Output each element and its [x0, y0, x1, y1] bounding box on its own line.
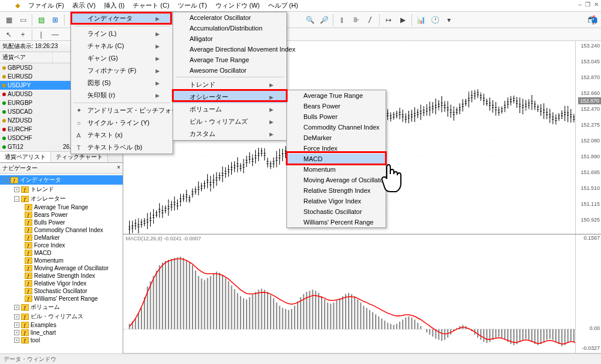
- menu-item[interactable]: ヘルプ (H): [265, 0, 302, 11]
- mi-macd[interactable]: MACD: [287, 154, 386, 164]
- new-chart-icon[interactable]: ▦: [2, 13, 15, 26]
- nav-item[interactable]: ƒMACD: [0, 249, 123, 257]
- mi-bulls-power[interactable]: Bulls Power: [287, 111, 386, 122]
- zoom-in-icon[interactable]: 🔍: [303, 13, 316, 26]
- nav-item[interactable]: ƒStochastic Oscillator: [0, 287, 123, 295]
- cursor-icon[interactable]: ↖: [2, 28, 15, 41]
- bar-chart-icon[interactable]: ⫿: [336, 13, 349, 26]
- nav-item[interactable]: ƒWilliams' Percent Range: [0, 295, 123, 302]
- nav-item[interactable]: ƒCommodity Channel Index: [0, 226, 123, 234]
- nav-item[interactable]: +ƒビル・ウィリアムス: [0, 312, 123, 321]
- mi[interactable]: Accumulation/Distribution: [173, 23, 286, 33]
- nav-item[interactable]: ƒAverage True Range: [0, 203, 123, 211]
- close-icon[interactable]: ×: [117, 164, 120, 172]
- nav-item[interactable]: +ƒtool: [0, 336, 123, 344]
- nav-item[interactable]: ƒMomentum: [0, 257, 123, 264]
- mi[interactable]: カスタム▶: [173, 128, 286, 140]
- crosshair-icon[interactable]: +: [16, 28, 29, 41]
- mi[interactable]: Average Directional Movement Index: [173, 44, 286, 55]
- candle-chart-icon[interactable]: ⊪: [350, 13, 363, 26]
- statusbar: データ・ウィンドウ: [0, 353, 601, 364]
- window-btn[interactable]: ✕: [594, 1, 599, 8]
- menu-item[interactable]: ツール (T): [174, 0, 211, 11]
- nav-header: ナビゲーター: [2, 164, 38, 172]
- mi[interactable]: ギャン (G)▶: [71, 52, 173, 64]
- menu-item[interactable]: 表示 (V): [69, 0, 99, 11]
- mi[interactable]: フィボナッチ (F)▶: [71, 64, 173, 77]
- mi-stochastic-oscillator[interactable]: Stochastic Oscillator: [287, 206, 386, 217]
- mi[interactable]: ✦アンドリューズ・ピッチフォーク (A): [71, 104, 173, 117]
- mi[interactable]: Accelerator Oscillator: [173, 12, 286, 23]
- mi-moving-average-of-oscillator[interactable]: Moving Average of Oscillator: [287, 175, 386, 185]
- indicators-icon[interactable]: 📊: [414, 13, 427, 26]
- periods-icon[interactable]: 🕐: [428, 13, 441, 26]
- nav-icon[interactable]: ⊞: [49, 13, 62, 26]
- nav-item[interactable]: +ƒボリューム: [0, 302, 123, 312]
- mi-commodity-channel-index[interactable]: Commodity Channel Index: [287, 122, 386, 132]
- profiles-icon[interactable]: ▭: [16, 13, 29, 26]
- mi[interactable]: Alligator: [173, 33, 286, 44]
- mi-relative-vigor-index[interactable]: Relative Vigor Index: [287, 196, 386, 206]
- nav-item[interactable]: –ƒインディケータ: [0, 175, 123, 185]
- indicators-menu[interactable]: Accelerator OscillatorAccumulation/Distr…: [173, 12, 287, 141]
- mi-momentum[interactable]: Momentum: [287, 164, 386, 175]
- mi[interactable]: チャネル (C)▶: [71, 40, 173, 52]
- vline-icon[interactable]: |: [35, 28, 48, 41]
- nav-item[interactable]: ƒBears Power: [0, 211, 123, 219]
- menu-item[interactable]: ウィンドウ (W): [212, 0, 264, 11]
- mi[interactable]: トレンド▶: [173, 79, 286, 91]
- mi[interactable]: オシレーター▶: [173, 91, 286, 103]
- mi[interactable]: 矢印類 (r)▶: [71, 89, 173, 101]
- mi[interactable]: ライン (L)▶: [71, 28, 173, 40]
- nav-item[interactable]: –ƒオシレーター: [0, 194, 123, 203]
- window-btn[interactable]: ❐: [585, 1, 590, 8]
- mi[interactable]: Aテキスト (x): [71, 129, 173, 141]
- mw-tab[interactable]: 通貨ペアリスト: [0, 152, 51, 162]
- mi[interactable]: ○サイクル・ライン (Y): [71, 117, 173, 129]
- line-chart-icon[interactable]: 〳: [364, 13, 377, 26]
- mw-icon[interactable]: ▤: [35, 13, 48, 26]
- window-controls: –❐✕: [578, 1, 599, 8]
- mi-bears-power[interactable]: Bears Power: [287, 101, 386, 111]
- mi-force-index[interactable]: Force Index: [287, 143, 386, 154]
- menu-item[interactable]: チャート (C): [129, 0, 173, 11]
- nav-item[interactable]: ƒRelative Vigor Index: [0, 280, 123, 287]
- menu-item[interactable]: ファイル (F): [25, 0, 67, 11]
- hline-icon[interactable]: —: [49, 28, 62, 41]
- shift-icon[interactable]: ↦: [382, 13, 395, 26]
- mi-williams-percent-range[interactable]: Williams' Percent Range: [287, 217, 386, 227]
- nav-item[interactable]: ƒRelative Strength Index: [0, 272, 123, 280]
- price-tag: 152.870: [578, 97, 601, 104]
- mi[interactable]: ボリューム▶: [173, 103, 286, 115]
- macd-label: MACD(12,26,9) -0.0241 -0.0007: [126, 236, 201, 241]
- alert-icon[interactable]: 📬: [588, 15, 597, 25]
- nav-item[interactable]: +ƒトレンド: [0, 185, 123, 194]
- nav-item[interactable]: +ƒline_chart: [0, 329, 123, 336]
- scroll-icon[interactable]: ▶: [396, 13, 409, 26]
- nav-item[interactable]: +ƒExamples: [0, 321, 123, 329]
- mi[interactable]: Average True Range: [173, 55, 286, 65]
- mi-indicators[interactable]: インディケータ▶: [71, 12, 173, 25]
- nav-item[interactable]: ƒDeMarker: [0, 234, 123, 241]
- menubar: ◆ ファイル (F)表示 (V)挿入 (I)チャート (C)ツール (T)ウィン…: [0, 0, 601, 12]
- zoom-out-icon[interactable]: 🔎: [318, 13, 330, 26]
- mi-demarker[interactable]: DeMarker: [287, 132, 386, 143]
- templates-icon[interactable]: ▾: [443, 13, 455, 26]
- window-btn[interactable]: –: [578, 1, 582, 8]
- mi[interactable]: 図形 (S)▶: [71, 77, 173, 89]
- mi[interactable]: Awesome Oscillator: [173, 65, 286, 76]
- nav-item[interactable]: ƒBulls Power: [0, 219, 123, 226]
- oscillators-menu[interactable]: Average True RangeBears PowerBulls Power…: [286, 90, 386, 228]
- insert-menu[interactable]: インディケータ▶ライン (L)▶チャネル (C)▶ギャン (G)▶フィボナッチ …: [70, 12, 173, 154]
- mi[interactable]: Tテキストラベル (b): [71, 141, 173, 154]
- navigator: ナビゲーター× –ƒインディケータ+ƒトレンド–ƒオシレーターƒAverage …: [0, 163, 123, 364]
- mi[interactable]: ビル・ウィリアムズ▶: [173, 115, 286, 128]
- menu-item[interactable]: 挿入 (I): [100, 0, 128, 11]
- nav-item[interactable]: ƒForce Index: [0, 241, 123, 249]
- mi-relative-strength-index[interactable]: Relative Strength Index: [287, 185, 386, 196]
- mi-average-true-range[interactable]: Average True Range: [287, 90, 386, 101]
- nav-item[interactable]: ƒMoving Average of Oscillator: [0, 264, 123, 272]
